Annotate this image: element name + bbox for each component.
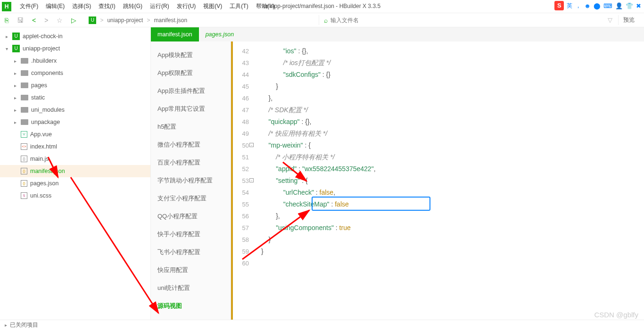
tree-folder[interactable]: ▸components	[0, 67, 150, 79]
code-editor[interactable]: 424344454647484950-515253-54555657585960…	[231, 41, 644, 320]
menu-item[interactable]: 工具(T)	[226, 3, 252, 9]
line-number: 46	[233, 92, 249, 104]
statusbar: ▸ 已关闭项目	[0, 320, 644, 330]
ime-tool-icon[interactable]: ✖	[636, 2, 641, 9]
menu-item[interactable]: 视图(V)	[199, 3, 226, 9]
line-number: 54	[233, 187, 249, 198]
config-item[interactable]: 快手小程序配置	[151, 225, 231, 243]
tree-file[interactable]: {}main.js	[0, 153, 150, 165]
editor-tabs: manifest.json pages.json	[151, 27, 644, 41]
config-sidebar: App模块配置App权限配置App原生插件配置App常用其它设置h5配置微信小程…	[151, 41, 231, 320]
forward-icon[interactable]: >	[44, 16, 48, 24]
tab-manifest[interactable]: manifest.json	[151, 27, 199, 41]
menu-item[interactable]: 查找(I)	[95, 3, 119, 9]
tree-file[interactable]: {}manifest.json	[0, 165, 150, 177]
line-number: 42	[233, 45, 249, 57]
config-item[interactable]: App原生插件配置	[151, 82, 231, 100]
config-item[interactable]: 源码视图	[151, 297, 231, 315]
code-line[interactable]: }	[261, 81, 644, 92]
tab-pages[interactable]: pages.json	[199, 27, 240, 41]
save-icon[interactable]: 🖫	[17, 16, 24, 24]
ime-lang[interactable]: 英	[567, 2, 572, 10]
code-line[interactable]: "quickapp" : {},	[261, 116, 644, 128]
line-number: 55	[233, 198, 249, 210]
code-line[interactable]: },	[261, 92, 644, 104]
line-number: 57	[233, 222, 249, 234]
breadcrumb: U > uniapp-project > manifest.json	[89, 16, 187, 24]
code-line[interactable]: "sdkConfigs" : {}	[261, 69, 644, 81]
menu-item[interactable]: 选择(S)	[68, 3, 95, 9]
code-line[interactable]: "appid" : "wx558224455375e422",	[261, 163, 644, 175]
line-number: 59	[233, 246, 249, 257]
code-line[interactable]: /* SDK配置 */	[261, 104, 644, 116]
config-item[interactable]: App模块配置	[151, 46, 231, 64]
filter-icon[interactable]: ▽	[608, 16, 612, 24]
menu-item[interactable]: 发行(U)	[173, 3, 200, 9]
code-line[interactable]: /* 小程序特有相关 */	[261, 151, 644, 163]
config-item[interactable]: 快应用配置	[151, 261, 231, 279]
code-line[interactable]: }	[261, 234, 644, 246]
status-text: 已关闭项目	[10, 321, 38, 329]
config-item[interactable]: 飞书小程序配置	[151, 243, 231, 261]
tree-project[interactable]: ▾Uuniapp-project	[0, 42, 150, 55]
menu-item[interactable]: 文件(F)	[16, 3, 42, 9]
config-item[interactable]: uni统计配置	[151, 279, 231, 297]
menubar: H 文件(F)编辑(E)选择(S)查找(I)跳转(G)运行(R)发行(U)视图(…	[0, 0, 644, 13]
tree-file[interactable]: §uni.scss	[0, 190, 150, 202]
run-icon[interactable]: ▷	[71, 16, 76, 24]
breadcrumb-project[interactable]: uniapp-project	[107, 17, 143, 24]
menu-item[interactable]: 编辑(E)	[42, 3, 68, 9]
config-item[interactable]: 百度小程序配置	[151, 154, 231, 172]
preview-button[interactable]: 预览	[618, 15, 639, 25]
config-item[interactable]: App常用其它设置	[151, 100, 231, 118]
ime-shirt-icon[interactable]: 👕	[626, 2, 633, 9]
search-input[interactable]	[330, 17, 608, 24]
line-number: 49	[233, 128, 249, 140]
code-line[interactable]: /* ios打包配置 */	[261, 57, 644, 69]
ime-icon[interactable]: ，	[575, 1, 581, 10]
breadcrumb-file[interactable]: manifest.json	[154, 17, 187, 24]
toolbar: ⎘ 🖫 < > ☆ ▷ U > uniapp-project > manifes…	[0, 13, 644, 27]
tree-folder[interactable]: ▸pages	[0, 79, 150, 91]
line-number: 47	[233, 104, 249, 116]
config-item[interactable]: QQ小程序配置	[151, 207, 231, 225]
config-item[interactable]: 微信小程序配置	[151, 136, 231, 154]
ime-person-icon[interactable]: 👤	[615, 2, 623, 9]
config-item[interactable]: 支付宝小程序配置	[151, 190, 231, 207]
code-line[interactable]: }	[261, 246, 644, 257]
line-number: 43	[233, 57, 249, 69]
config-item[interactable]: 字节跳动小程序配置	[151, 172, 231, 190]
ime-emoji-icon[interactable]: ☻	[584, 2, 591, 9]
code-line[interactable]: "usingComponents" : true	[261, 222, 644, 234]
tree-folder[interactable]: ▸.hbuilderx	[0, 55, 150, 67]
sogou-ime-icon[interactable]: S	[554, 1, 564, 10]
ime-keyboard-icon[interactable]: ⌨	[603, 2, 612, 9]
tree-file[interactable]: <>index.html	[0, 140, 150, 153]
code-line[interactable]: "mp-weixin" : {	[261, 140, 644, 151]
tree-folder[interactable]: ▸uni_modules	[0, 104, 150, 116]
code-line[interactable]: "setting" : {	[261, 175, 644, 187]
menu-item[interactable]: 跳转(G)	[119, 3, 146, 9]
ime-mic-icon[interactable]: ⬤	[594, 2, 601, 9]
back-icon[interactable]: <	[32, 16, 36, 24]
line-number: 60	[233, 257, 249, 269]
tree-folder[interactable]: ▸static	[0, 91, 150, 104]
code-line[interactable]	[261, 257, 644, 269]
tree-project[interactable]: ▸Uapplet-chock-in	[0, 30, 150, 42]
star-icon[interactable]: ☆	[57, 16, 63, 24]
config-item[interactable]: h5配置	[151, 118, 231, 136]
line-number: 50-	[233, 140, 249, 151]
window-title: uniapp-project/manifest.json - HBuilder …	[264, 3, 380, 9]
code-line[interactable]: /* 快应用特有相关 */	[261, 128, 644, 140]
code-line[interactable]: "ios" : {},	[261, 45, 644, 57]
project-tree: ▸Uapplet-chock-in ▾Uuniapp-project ▸.hbu…	[0, 27, 151, 320]
tree-file[interactable]: VApp.vue	[0, 128, 150, 140]
tree-file[interactable]: {}pages.json	[0, 177, 150, 190]
menu-item[interactable]: 运行(R)	[146, 3, 173, 9]
new-file-icon[interactable]: ⎘	[5, 16, 8, 24]
config-item[interactable]: App权限配置	[151, 64, 231, 82]
tree-folder[interactable]: ▸unpackage	[0, 116, 150, 128]
chevron-right-icon[interactable]: ▸	[5, 322, 7, 328]
code-line[interactable]: },	[261, 210, 644, 222]
search-icon[interactable]: ⌕	[324, 16, 328, 24]
